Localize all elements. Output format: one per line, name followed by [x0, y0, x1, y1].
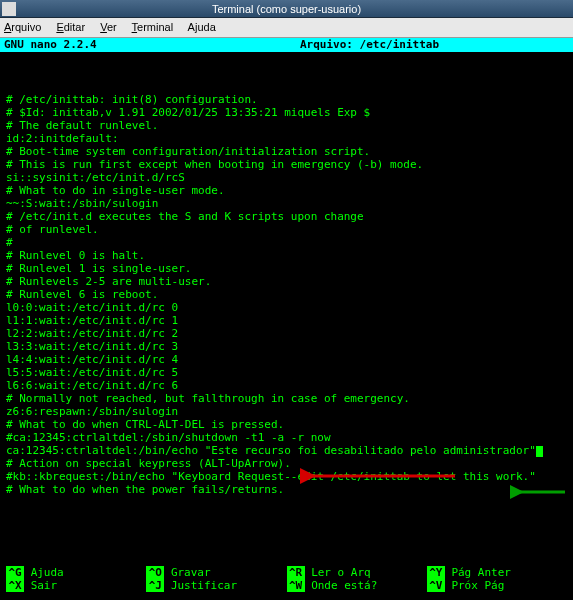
editor-line: # Boot-time system configuration/initial…: [6, 145, 567, 158]
menu-ver[interactable]: Ver: [100, 21, 117, 33]
window-titlebar[interactable]: Terminal (como super-usuario): [0, 0, 573, 18]
editor-line: l5:5:wait:/etc/init.d/rc 5: [6, 366, 567, 379]
menu-terminal[interactable]: Terminal: [132, 21, 174, 33]
shortcut-key[interactable]: ^W: [287, 579, 305, 592]
window-title: Terminal (como super-usuario): [212, 3, 361, 15]
shortcut-label: Gravar: [171, 566, 211, 579]
editor-line: z6:6:respawn:/sbin/sulogin: [6, 405, 567, 418]
editor-line: # Runlevel 6 is reboot.: [6, 288, 567, 301]
editor-line: # /etc/inittab: init(8) configuration.: [6, 93, 567, 106]
editor-line: # Normally not reached, but fallthrough …: [6, 392, 567, 405]
editor-line: #ca:12345:ctrlaltdel:/sbin/shutdown -t1 …: [6, 431, 567, 444]
editor-line: # What to do in single-user mode.: [6, 184, 567, 197]
shortcut-label: Sair: [31, 579, 58, 592]
editor-line: # The default runlevel.: [6, 119, 567, 132]
editor-line: # Runlevels 2-5 are multi-user.: [6, 275, 567, 288]
editor-line: # Runlevel 1 is single-user.: [6, 262, 567, 275]
shortcut-key[interactable]: ^J: [146, 579, 164, 592]
editor-line: l3:3:wait:/etc/init.d/rc 3: [6, 340, 567, 353]
nano-app-name: GNU nano 2.2.4: [0, 38, 97, 52]
editor-line: l6:6:wait:/etc/init.d/rc 6: [6, 379, 567, 392]
editor-line: l2:2:wait:/etc/init.d/rc 2: [6, 327, 567, 340]
shortcut-key[interactable]: ^G: [6, 566, 24, 579]
editor-line: #: [6, 236, 567, 249]
nano-shortcuts: ^G Ajuda ^X Sair ^O Gravar ^J Justificar…: [0, 566, 573, 600]
editor-line: # What to do when the power fails/return…: [6, 483, 567, 496]
editor-line: # What to do when CTRL-ALT-DEL is presse…: [6, 418, 567, 431]
shortcut-key[interactable]: ^R: [287, 566, 305, 579]
shortcut-label: Onde está?: [311, 579, 377, 592]
shortcut-label: Justificar: [171, 579, 237, 592]
shortcut-label: Próx Pág: [451, 579, 504, 592]
nano-file-label: Arquivo: /etc/inittab: [300, 38, 439, 51]
shortcut-label: Pág Anter: [451, 566, 511, 579]
text-cursor: [536, 446, 543, 457]
menubar: Arquivo Editar Ver Terminal Ajuda: [0, 18, 573, 38]
menu-editar[interactable]: Editar: [56, 21, 85, 33]
editor-line: # Runlevel 0 is halt.: [6, 249, 567, 262]
system-icon: [2, 2, 16, 16]
editor-line: si::sysinit:/etc/init.d/rcS: [6, 171, 567, 184]
editor-area[interactable]: # /etc/inittab: init(8) configuration.# …: [0, 52, 573, 566]
menu-ajuda[interactable]: Ajuda: [188, 21, 216, 33]
editor-line: l0:0:wait:/etc/init.d/rc 0: [6, 301, 567, 314]
editor-line: ca:12345:ctrlaltdel:/bin/echo "Este recu…: [6, 444, 567, 457]
menu-arquivo[interactable]: Arquivo: [4, 21, 41, 33]
editor-line: id:2:initdefault:: [6, 132, 567, 145]
editor-line: ~~:S:wait:/sbin/sulogin: [6, 197, 567, 210]
shortcut-key[interactable]: ^V: [427, 579, 445, 592]
shortcut-key[interactable]: ^O: [146, 566, 164, 579]
editor-line: # Action on special keypress (ALT-UpArro…: [6, 457, 567, 470]
shortcut-key[interactable]: ^Y: [427, 566, 445, 579]
editor-line: l4:4:wait:/etc/init.d/rc 4: [6, 353, 567, 366]
editor-line: l1:1:wait:/etc/init.d/rc 1: [6, 314, 567, 327]
shortcut-label: Ler o Arq: [311, 566, 371, 579]
editor-line: # /etc/init.d executes the S and K scrip…: [6, 210, 567, 223]
editor-line: # This is run first except when booting …: [6, 158, 567, 171]
editor-line: #kb::kbrequest:/bin/echo "Keyboard Reque…: [6, 470, 567, 483]
nano-statusbar: GNU nano 2.2.4 Arquivo: /etc/inittab: [0, 38, 573, 52]
editor-line: # of runlevel.: [6, 223, 567, 236]
editor-line: # $Id: inittab,v 1.91 2002/01/25 13:35:2…: [6, 106, 567, 119]
shortcut-label: Ajuda: [31, 566, 64, 579]
shortcut-key[interactable]: ^X: [6, 579, 24, 592]
